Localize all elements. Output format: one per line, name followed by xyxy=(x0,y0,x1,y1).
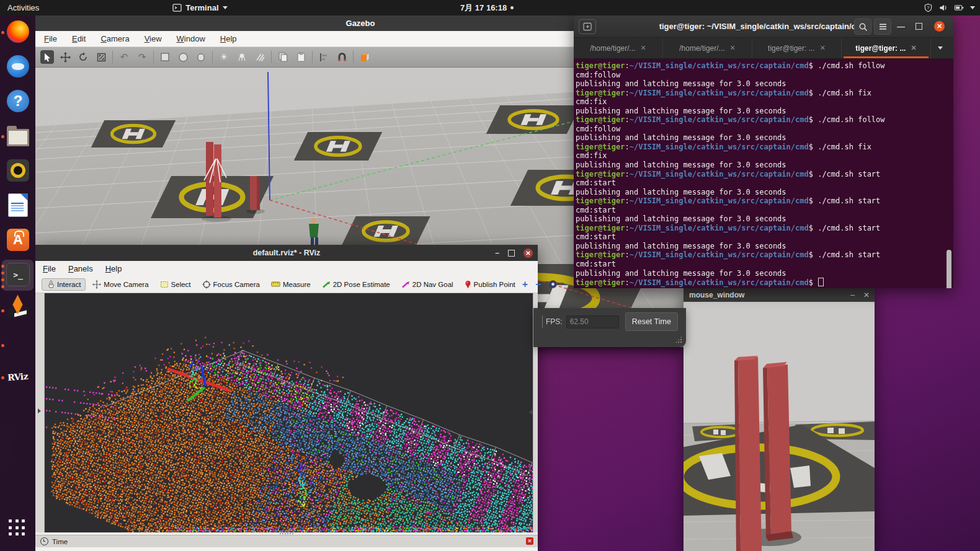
search-button[interactable] xyxy=(854,19,871,35)
terminal-tab-2[interactable]: /home/tiger/...✕ xyxy=(663,38,752,58)
menu-button[interactable] xyxy=(874,19,891,35)
gazebo-menu-camera[interactable]: Camera xyxy=(100,34,129,43)
snap-icon[interactable] xyxy=(335,50,349,64)
close-button[interactable]: ✕ xyxy=(863,291,870,299)
gazebo-menu-file[interactable]: File xyxy=(44,34,57,43)
close-tab-icon[interactable]: ✕ xyxy=(641,44,646,52)
rviz-tool-interact[interactable]: Interact xyxy=(42,278,86,291)
toolbar-separator xyxy=(271,51,272,63)
dock-item-files[interactable] xyxy=(0,122,35,152)
gazebo-menu-window[interactable]: Window xyxy=(177,34,205,43)
dock-item-rviz[interactable]: RViz xyxy=(0,363,35,393)
mouse-window-title-bar[interactable]: mouse_window – ✕ xyxy=(684,288,875,302)
rviz-tool-publish-point[interactable]: Publish Point xyxy=(460,279,520,290)
close-panel-button[interactable]: ✕ xyxy=(526,537,533,545)
minimize-button[interactable]: – xyxy=(495,249,499,257)
maximize-button[interactable] xyxy=(915,15,922,37)
directional-light-icon[interactable] xyxy=(253,50,267,64)
dock-item-ubuntu-software[interactable]: A xyxy=(0,226,35,256)
toolbar-separator xyxy=(212,51,213,63)
rviz-tool-2d-nav-goal[interactable]: 2D Nav Goal xyxy=(397,279,458,289)
gazebo-menu-edit[interactable]: Edit xyxy=(72,34,86,43)
rviz-tool-measure[interactable]: Measure xyxy=(267,280,315,289)
dock-item-firefox[interactable] xyxy=(0,18,35,48)
tool-label: 2D Nav Goal xyxy=(412,281,453,288)
dock-item-hidden-app[interactable] xyxy=(0,331,35,361)
translate-icon[interactable] xyxy=(58,50,72,64)
dock-item-libreoffice-writer[interactable] xyxy=(0,192,35,221)
rviz-tool-move-camera[interactable]: Move Camera xyxy=(88,279,153,290)
close-tab-icon[interactable]: ✕ xyxy=(911,44,916,52)
close-tab-icon[interactable]: ✕ xyxy=(730,44,736,52)
terminal-tab-3[interactable]: tiger@tiger: ...✕ xyxy=(752,38,842,58)
terminal-line: publishing and latching message for 3.0 … xyxy=(576,269,953,278)
camera-view-button[interactable] xyxy=(548,280,564,289)
collapsed-displays-panel[interactable] xyxy=(35,293,45,532)
toolbar-separator xyxy=(353,51,354,63)
tab-label: tiger@tiger: ... xyxy=(768,44,815,53)
rviz-menu-file[interactable]: File xyxy=(43,264,56,273)
show-applications-button[interactable] xyxy=(9,519,26,537)
rviz-menu-help[interactable]: Help xyxy=(105,264,122,273)
sphere-icon[interactable] xyxy=(176,50,190,64)
redo-icon[interactable]: ↷ xyxy=(135,50,149,64)
close-button[interactable]: ✕ xyxy=(523,249,533,258)
paste-icon[interactable] xyxy=(294,50,308,64)
mouse-window-3d-viewport[interactable] xyxy=(684,302,875,551)
tab-list-button[interactable] xyxy=(931,38,950,58)
dock-item-thunderbird[interactable] xyxy=(0,53,35,82)
remove-tool-button[interactable]: − xyxy=(535,279,541,290)
undo-icon[interactable]: ↶ xyxy=(117,50,131,64)
clock[interactable]: 7月 17 16:18 xyxy=(460,0,514,15)
select-arrow-icon[interactable] xyxy=(40,50,54,64)
rotate-icon[interactable] xyxy=(76,50,90,64)
rviz-tool-2d-pose-estimate[interactable]: 2D Pose Estimate xyxy=(318,279,394,289)
terminal-tab-1[interactable]: /home/tiger/...✕ xyxy=(574,38,663,58)
point-light-icon[interactable]: ☀ xyxy=(217,50,231,64)
activities-button[interactable]: Activities xyxy=(7,3,39,12)
dock-item-help[interactable]: ? xyxy=(0,87,35,117)
clock-icon xyxy=(40,537,48,545)
rviz-title-bar[interactable]: default.rviz* - RViz – ✕ xyxy=(35,245,538,261)
rviz-tool-select[interactable]: Select xyxy=(156,280,195,289)
terminal-tab-4[interactable]: tiger@tiger: ...✕ xyxy=(842,38,931,58)
minimize-button[interactable]: — xyxy=(897,15,905,37)
rviz-3d-viewport[interactable] xyxy=(35,293,538,532)
view-angle-icon[interactable] xyxy=(358,50,372,64)
terminal-header-bar[interactable]: tiger@tiger: ~/VISIM_single/catkin_ws/sr… xyxy=(574,15,953,38)
gazebo-menu-help[interactable]: Help xyxy=(220,34,237,43)
close-button[interactable]: ✕ xyxy=(934,21,945,32)
time-panel-header[interactable]: Time ✕ xyxy=(35,535,538,547)
maximize-button[interactable] xyxy=(508,250,515,257)
box-icon[interactable] xyxy=(158,50,172,64)
gazebo-icon xyxy=(6,298,30,322)
scale-icon[interactable] xyxy=(94,50,108,64)
dock-item-rhythmbox[interactable] xyxy=(0,157,35,187)
new-tab-button[interactable] xyxy=(579,19,596,34)
minimize-button[interactable]: – xyxy=(850,291,855,299)
terminal-content[interactable]: tiger@tiger:~/VISIM_single/catkin_ws/src… xyxy=(574,59,953,288)
gazebo-menu-view[interactable]: View xyxy=(145,34,162,43)
rviz-tool-focus-camera[interactable]: Focus Camera xyxy=(198,279,264,290)
expand-panel-icon[interactable] xyxy=(38,408,41,413)
add-tool-button[interactable]: + xyxy=(522,279,528,290)
rviz-pointcloud-canvas[interactable] xyxy=(45,293,534,532)
top-bar: Activities Terminal 7月 17 16:18 ? xyxy=(0,0,980,15)
dock-item-terminal[interactable]: >_ xyxy=(0,261,35,291)
align-icon[interactable] xyxy=(317,50,331,64)
terminal-window: tiger@tiger: ~/VISIM_single/catkin_ws/sr… xyxy=(574,15,953,288)
rviz-menu-panels[interactable]: Panels xyxy=(68,264,93,273)
spot-light-icon[interactable] xyxy=(235,50,249,64)
terminal-scrollbar[interactable] xyxy=(947,250,951,288)
copy-icon[interactable] xyxy=(276,50,290,64)
expand-panel-icon[interactable] xyxy=(529,410,532,415)
dock-item-gazebo[interactable] xyxy=(0,296,35,326)
system-tray[interactable]: ? xyxy=(924,0,975,15)
rviz-menu-bar: FilePanelsHelp xyxy=(35,261,538,276)
resize-grip[interactable] xyxy=(675,336,682,343)
tool-label: Measure xyxy=(283,281,311,288)
reset-time-button[interactable]: Reset Time xyxy=(625,312,678,331)
focused-app-menu[interactable]: Terminal xyxy=(172,3,227,12)
close-tab-icon[interactable]: ✕ xyxy=(820,44,826,52)
cylinder-icon[interactable] xyxy=(194,50,208,64)
